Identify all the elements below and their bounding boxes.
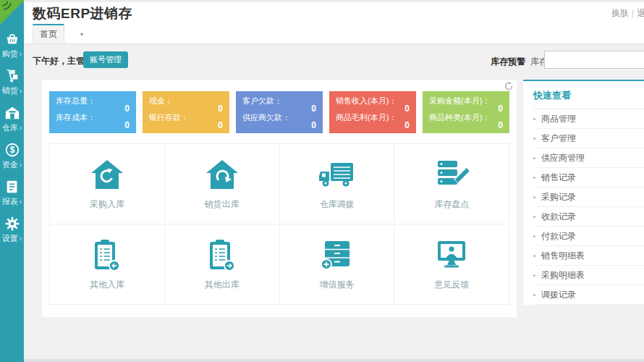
stat-card-cash: 现金：0 银行存款：0 (143, 91, 229, 133)
quick-view-item-products[interactable]: 商品管理 (533, 109, 644, 129)
chevron-right-icon: › (20, 235, 22, 243)
chevron-right-icon: › (20, 124, 22, 132)
money-icon: $ (4, 140, 20, 158)
stat-card-purchase: 采购金额(本月)：0 商品种类(本月)：0 (423, 91, 509, 133)
top-links: 换肤|退出 (611, 7, 644, 20)
shortcut-other-in[interactable]: 其他入库 (50, 224, 165, 305)
quick-view-item-payment-records[interactable]: 付款记录 (533, 227, 644, 246)
report-icon (4, 177, 20, 195)
stat-cards-row: 库存总量：0 库存成本：0 现金：0 银行存款：0 客户欠款：0 供应商欠款：0… (42, 80, 517, 133)
stock-search-input[interactable] (544, 51, 644, 69)
quick-view-item-receipt-records[interactable]: 收款记录 (533, 207, 644, 227)
content-area: 下午好，主管理 账号管理 库存预警 库存查询 库存总量：0 库存成本：0 现金：… (24, 44, 644, 362)
quick-view-item-purchase-records[interactable]: 采购记录 (533, 188, 644, 207)
horizontal-scrollbar[interactable] (24, 359, 644, 362)
bullet-icon (533, 138, 535, 140)
shortcut-other-out[interactable]: 其他出库 (165, 224, 280, 305)
warehouse-icon (4, 104, 20, 121)
shortcut-stocktake[interactable]: 库存盘点 (394, 144, 509, 224)
link-divider: | (632, 8, 634, 18)
quick-view-title: 快速查看 (533, 81, 644, 109)
shortcut-warehouse-transfer[interactable]: 仓库调拨 (280, 144, 395, 224)
refresh-icon[interactable] (504, 82, 513, 90)
quick-view-item-customers[interactable]: 客户管理 (533, 129, 644, 148)
delivery-icon (4, 67, 20, 84)
bullet-icon (533, 255, 535, 257)
stock-warning-link[interactable]: 库存预警 (491, 56, 525, 68)
bullet-icon (533, 196, 535, 198)
feedback-icon (435, 237, 468, 272)
cart-icon (4, 30, 20, 47)
chevron-right-icon: › (20, 198, 22, 206)
account-manage-button[interactable]: 账号管理 (83, 51, 128, 68)
app-title: 数码ERP进销存 (33, 4, 132, 23)
shortcut-purchase-in[interactable]: 采购入库 (50, 144, 165, 224)
bullet-icon (533, 294, 535, 296)
sidebar-item-reports[interactable]: 报表› (0, 177, 24, 214)
sidebar-item-sales[interactable]: 销货› (0, 67, 24, 104)
stat-card-debt: 客户欠款：0 供应商欠款：0 (236, 91, 323, 133)
logout-link[interactable]: 退出 (637, 8, 644, 18)
header: 数码ERP进销存 换肤|退出 (24, 2, 644, 24)
truck-icon (318, 157, 355, 192)
svg-text:$: $ (9, 145, 14, 155)
shortcut-feedback[interactable]: 意见反馈 (394, 224, 509, 305)
services-icon (320, 237, 353, 272)
quick-view-item-suppliers[interactable]: 供应商管理 (533, 148, 644, 168)
chevron-right-icon: › (20, 50, 22, 58)
change-skin-link[interactable]: 换肤 (611, 8, 629, 18)
corner-ribbon-icon (0, 0, 25, 28)
bullet-icon (533, 118, 535, 120)
house-in-icon (90, 157, 124, 192)
gear-icon (4, 214, 20, 232)
bullet-icon (533, 274, 535, 277)
quick-view-item-transfer-records[interactable]: 调拨记录 (533, 285, 644, 305)
stocktake-icon (434, 157, 469, 192)
chevron-right-icon: › (20, 87, 22, 95)
tab-bar: 首页 ▼ (24, 24, 644, 44)
tab-dropdown-caret-icon[interactable]: ▼ (76, 29, 88, 39)
chevron-right-icon: › (20, 161, 22, 169)
clipboard-out-icon (208, 237, 237, 272)
clipboard-in-icon (93, 237, 122, 272)
quick-view-item-sales-detail[interactable]: 销售明细表 (533, 246, 644, 266)
bullet-icon (533, 235, 535, 237)
sidebar-item-settings[interactable]: 设置› (0, 214, 24, 251)
dashboard-panel: 库存总量：0 库存成本：0 现金：0 银行存款：0 客户欠款：0 供应商欠款：0… (42, 80, 517, 317)
stat-card-inventory: 库存总量：0 库存成本：0 (49, 91, 136, 133)
stat-card-sales: 销售收入(本月)：0 商品毛利(本月)：0 (329, 91, 416, 133)
quick-view-item-sales-records[interactable]: 销售记录 (533, 168, 644, 188)
sidebar-item-purchase[interactable]: 购货› (0, 30, 24, 67)
shortcut-value-services[interactable]: 增值服务 (280, 224, 395, 305)
quick-view-item-purchase-detail[interactable]: 采购明细表 (533, 266, 644, 285)
house-out-icon (206, 157, 239, 192)
quick-view-panel: 快速查看 商品管理 客户管理 供应商管理 销售记录 采购记录 收款记录 付款记录… (523, 80, 644, 305)
shortcut-grid: 采购入库 销货出库 仓库调拨 库存盘点 (49, 143, 509, 305)
sidebar-item-funds[interactable]: $ 资金› (0, 140, 24, 177)
sidebar-item-warehouse[interactable]: 仓库› (0, 104, 24, 140)
bullet-icon (533, 177, 535, 179)
sidebar: 购货› 销货› 仓库› $ 资金› 报表› (0, 0, 24, 362)
bullet-icon (533, 157, 535, 159)
bullet-icon (533, 216, 535, 218)
tab-home[interactable]: 首页 (33, 24, 64, 43)
shortcut-sales-out[interactable]: 销货出库 (165, 144, 280, 224)
